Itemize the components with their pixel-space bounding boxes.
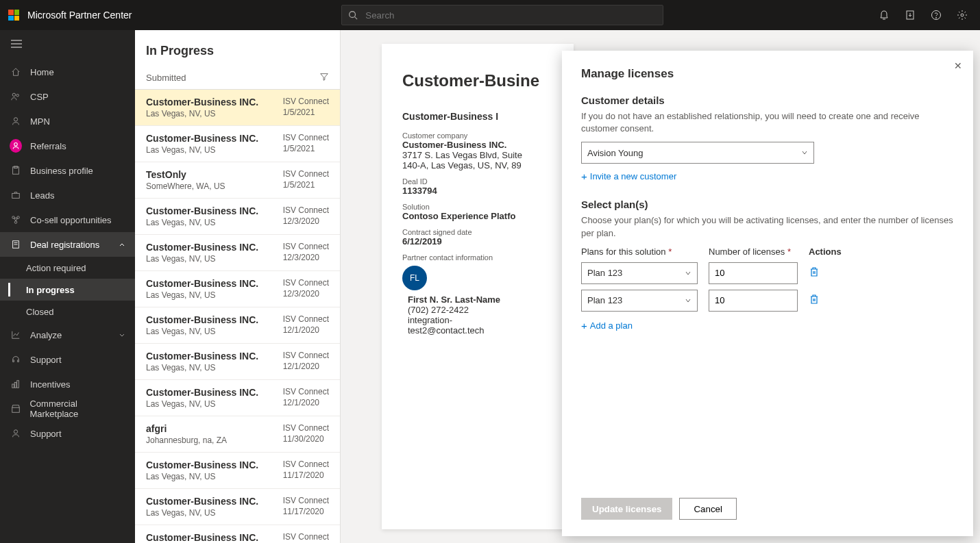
notifications-icon[interactable] xyxy=(873,4,895,26)
search-icon xyxy=(348,10,358,20)
download-icon[interactable] xyxy=(899,4,921,26)
top-icons xyxy=(873,4,973,26)
help-icon[interactable] xyxy=(925,4,947,26)
svg-point-0 xyxy=(350,12,356,18)
ms-logo xyxy=(8,10,19,21)
svg-line-1 xyxy=(355,17,358,20)
svg-point-5 xyxy=(936,18,937,18)
search-input[interactable] xyxy=(341,5,663,25)
search-wrap xyxy=(341,5,663,25)
settings-icon[interactable] xyxy=(951,4,973,26)
svg-point-6 xyxy=(961,14,964,16)
top-bar: Microsoft Partner Center xyxy=(0,0,980,30)
app-title: Microsoft Partner Center xyxy=(27,10,132,21)
